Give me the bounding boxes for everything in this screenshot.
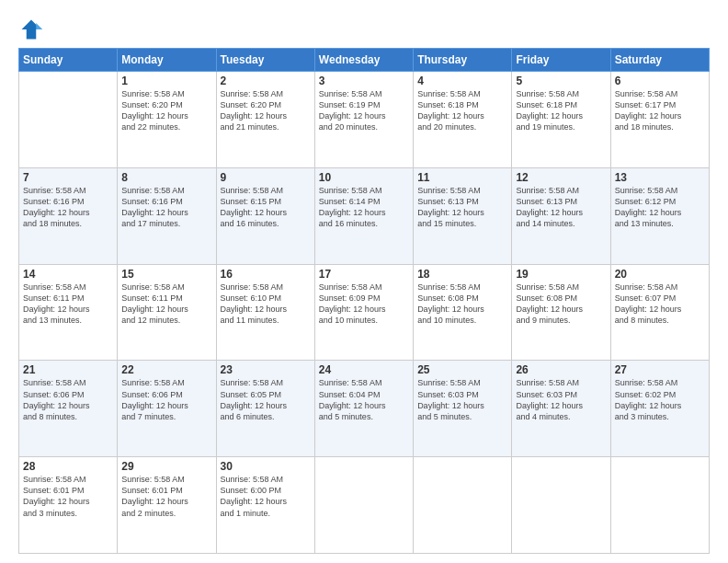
calendar-cell: 3Sunrise: 5:58 AM Sunset: 6:19 PM Daylig… bbox=[314, 72, 413, 168]
calendar-cell: 5Sunrise: 5:58 AM Sunset: 6:18 PM Daylig… bbox=[512, 72, 610, 168]
calendar-cell bbox=[512, 457, 610, 554]
calendar-cell: 10Sunrise: 5:58 AM Sunset: 6:14 PM Dayli… bbox=[314, 167, 413, 264]
day-number: 25 bbox=[417, 363, 507, 376]
day-info: Sunrise: 5:58 AM Sunset: 6:13 PM Dayligh… bbox=[516, 185, 606, 230]
day-number: 4 bbox=[417, 75, 507, 87]
day-info: Sunrise: 5:58 AM Sunset: 6:09 PM Dayligh… bbox=[319, 282, 409, 327]
day-info: Sunrise: 5:58 AM Sunset: 6:20 PM Dayligh… bbox=[121, 88, 211, 133]
col-header-wednesday: Wednesday bbox=[314, 49, 413, 72]
week-row-2: 7Sunrise: 5:58 AM Sunset: 6:16 PM Daylig… bbox=[19, 167, 710, 264]
day-number: 6 bbox=[615, 75, 705, 87]
calendar-cell: 17Sunrise: 5:58 AM Sunset: 6:09 PM Dayli… bbox=[314, 264, 413, 361]
calendar-cell: 8Sunrise: 5:58 AM Sunset: 6:16 PM Daylig… bbox=[118, 167, 216, 264]
day-info: Sunrise: 5:58 AM Sunset: 6:11 PM Dayligh… bbox=[23, 282, 113, 327]
day-info: Sunrise: 5:58 AM Sunset: 6:06 PM Dayligh… bbox=[23, 377, 113, 422]
calendar-cell: 4Sunrise: 5:58 AM Sunset: 6:18 PM Daylig… bbox=[414, 72, 512, 168]
day-number: 13 bbox=[615, 171, 705, 184]
day-info: Sunrise: 5:58 AM Sunset: 6:18 PM Dayligh… bbox=[417, 88, 507, 133]
calendar-cell: 6Sunrise: 5:58 AM Sunset: 6:17 PM Daylig… bbox=[610, 72, 709, 168]
day-info: Sunrise: 5:58 AM Sunset: 6:01 PM Dayligh… bbox=[121, 474, 211, 519]
calendar-cell: 1Sunrise: 5:58 AM Sunset: 6:20 PM Daylig… bbox=[118, 72, 216, 168]
calendar-cell: 15Sunrise: 5:58 AM Sunset: 6:11 PM Dayli… bbox=[118, 264, 216, 361]
logo bbox=[18, 17, 48, 42]
calendar-cell: 11Sunrise: 5:58 AM Sunset: 6:13 PM Dayli… bbox=[414, 167, 512, 264]
week-row-5: 28Sunrise: 5:58 AM Sunset: 6:01 PM Dayli… bbox=[19, 457, 710, 554]
day-number: 26 bbox=[516, 363, 606, 376]
calendar-cell: 20Sunrise: 5:58 AM Sunset: 6:07 PM Dayli… bbox=[610, 264, 709, 361]
day-number: 22 bbox=[121, 363, 211, 376]
day-number: 5 bbox=[516, 75, 606, 87]
day-number: 12 bbox=[516, 171, 606, 184]
day-info: Sunrise: 5:58 AM Sunset: 6:08 PM Dayligh… bbox=[516, 282, 606, 327]
header bbox=[18, 17, 710, 42]
col-header-sunday: Sunday bbox=[19, 49, 118, 72]
logo-icon bbox=[18, 17, 44, 42]
day-info: Sunrise: 5:58 AM Sunset: 6:11 PM Dayligh… bbox=[121, 282, 211, 327]
day-number: 30 bbox=[221, 460, 311, 473]
calendar-cell: 30Sunrise: 5:58 AM Sunset: 6:00 PM Dayli… bbox=[216, 457, 314, 554]
day-info: Sunrise: 5:58 AM Sunset: 6:00 PM Dayligh… bbox=[221, 474, 311, 519]
day-number: 15 bbox=[121, 268, 211, 281]
calendar-cell: 19Sunrise: 5:58 AM Sunset: 6:08 PM Dayli… bbox=[512, 264, 610, 361]
day-info: Sunrise: 5:58 AM Sunset: 6:06 PM Dayligh… bbox=[121, 377, 211, 422]
calendar-cell: 26Sunrise: 5:58 AM Sunset: 6:03 PM Dayli… bbox=[512, 361, 610, 457]
day-number: 8 bbox=[121, 171, 211, 184]
day-info: Sunrise: 5:58 AM Sunset: 6:16 PM Dayligh… bbox=[121, 185, 211, 230]
day-number: 17 bbox=[319, 268, 409, 281]
calendar-cell: 28Sunrise: 5:58 AM Sunset: 6:01 PM Dayli… bbox=[19, 457, 118, 554]
calendar-cell: 25Sunrise: 5:58 AM Sunset: 6:03 PM Dayli… bbox=[414, 361, 512, 457]
day-number: 11 bbox=[417, 171, 507, 184]
calendar-cell: 27Sunrise: 5:58 AM Sunset: 6:02 PM Dayli… bbox=[610, 361, 709, 457]
day-number: 9 bbox=[221, 171, 311, 184]
day-info: Sunrise: 5:58 AM Sunset: 6:04 PM Dayligh… bbox=[319, 377, 409, 422]
week-row-4: 21Sunrise: 5:58 AM Sunset: 6:06 PM Dayli… bbox=[19, 361, 710, 457]
day-info: Sunrise: 5:58 AM Sunset: 6:18 PM Dayligh… bbox=[516, 88, 606, 133]
calendar-cell: 16Sunrise: 5:58 AM Sunset: 6:10 PM Dayli… bbox=[216, 264, 314, 361]
calendar-cell: 2Sunrise: 5:58 AM Sunset: 6:20 PM Daylig… bbox=[216, 72, 314, 168]
col-header-thursday: Thursday bbox=[414, 49, 512, 72]
day-info: Sunrise: 5:58 AM Sunset: 6:03 PM Dayligh… bbox=[516, 377, 606, 422]
day-info: Sunrise: 5:58 AM Sunset: 6:10 PM Dayligh… bbox=[221, 282, 311, 327]
day-info: Sunrise: 5:58 AM Sunset: 6:03 PM Dayligh… bbox=[417, 377, 507, 422]
day-number: 24 bbox=[319, 363, 409, 376]
calendar-cell bbox=[19, 72, 118, 168]
calendar-cell: 12Sunrise: 5:58 AM Sunset: 6:13 PM Dayli… bbox=[512, 167, 610, 264]
day-number: 1 bbox=[121, 75, 211, 87]
week-row-1: 1Sunrise: 5:58 AM Sunset: 6:20 PM Daylig… bbox=[19, 72, 710, 168]
svg-marker-1 bbox=[36, 23, 42, 29]
day-number: 29 bbox=[121, 460, 211, 473]
calendar-cell: 9Sunrise: 5:58 AM Sunset: 6:15 PM Daylig… bbox=[216, 167, 314, 264]
day-info: Sunrise: 5:58 AM Sunset: 6:02 PM Dayligh… bbox=[615, 377, 705, 422]
day-info: Sunrise: 5:58 AM Sunset: 6:13 PM Dayligh… bbox=[417, 185, 507, 230]
day-number: 27 bbox=[615, 363, 705, 376]
day-info: Sunrise: 5:58 AM Sunset: 6:12 PM Dayligh… bbox=[615, 185, 705, 230]
day-number: 2 bbox=[221, 75, 311, 87]
calendar-cell bbox=[414, 457, 512, 554]
header-row: SundayMondayTuesdayWednesdayThursdayFrid… bbox=[19, 49, 710, 72]
calendar-cell: 23Sunrise: 5:58 AM Sunset: 6:05 PM Dayli… bbox=[216, 361, 314, 457]
day-number: 3 bbox=[319, 75, 409, 87]
day-number: 23 bbox=[221, 363, 311, 376]
day-info: Sunrise: 5:58 AM Sunset: 6:15 PM Dayligh… bbox=[221, 185, 311, 230]
day-info: Sunrise: 5:58 AM Sunset: 6:01 PM Dayligh… bbox=[23, 474, 113, 519]
col-header-friday: Friday bbox=[512, 49, 610, 72]
day-info: Sunrise: 5:58 AM Sunset: 6:08 PM Dayligh… bbox=[417, 282, 507, 327]
day-number: 7 bbox=[23, 171, 113, 184]
day-number: 28 bbox=[23, 460, 113, 473]
day-number: 10 bbox=[319, 171, 409, 184]
calendar-cell: 21Sunrise: 5:58 AM Sunset: 6:06 PM Dayli… bbox=[19, 361, 118, 457]
week-row-3: 14Sunrise: 5:58 AM Sunset: 6:11 PM Dayli… bbox=[19, 264, 710, 361]
day-number: 16 bbox=[221, 268, 311, 281]
calendar-cell: 18Sunrise: 5:58 AM Sunset: 6:08 PM Dayli… bbox=[414, 264, 512, 361]
page: SundayMondayTuesdayWednesdayThursdayFrid… bbox=[0, 0, 728, 563]
calendar-cell bbox=[610, 457, 709, 554]
calendar-cell: 14Sunrise: 5:58 AM Sunset: 6:11 PM Dayli… bbox=[19, 264, 118, 361]
calendar-cell: 29Sunrise: 5:58 AM Sunset: 6:01 PM Dayli… bbox=[118, 457, 216, 554]
col-header-saturday: Saturday bbox=[610, 49, 709, 72]
day-info: Sunrise: 5:58 AM Sunset: 6:14 PM Dayligh… bbox=[319, 185, 409, 230]
col-header-monday: Monday bbox=[118, 49, 216, 72]
day-number: 19 bbox=[516, 268, 606, 281]
day-number: 21 bbox=[23, 363, 113, 376]
day-number: 14 bbox=[23, 268, 113, 281]
day-info: Sunrise: 5:58 AM Sunset: 6:17 PM Dayligh… bbox=[615, 88, 705, 133]
